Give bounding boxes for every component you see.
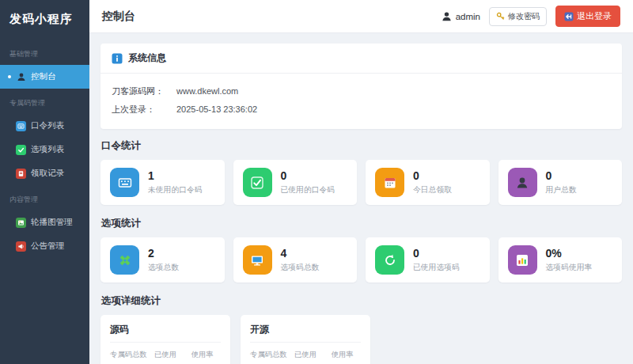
main-area: 控制台 admin 修改密码 退出登录 系统信息 (89, 0, 633, 364)
app-title: 发码小程序 (0, 0, 89, 40)
stat-label: 已使用选项码 (413, 263, 460, 273)
stat-value: 0 (281, 169, 335, 182)
sidebar-item-announcement[interactable]: 公告管理 (0, 234, 89, 258)
system-info-panel: 系统信息 刀客源码网： www.dkewl.com 上次登录： 2025-05-… (100, 44, 622, 129)
info-value: 2025-05-13 23:36:02 (176, 100, 257, 119)
stat-label: 今日总领取 (413, 185, 452, 195)
stat-label: 选项码总数 (281, 263, 320, 273)
change-password-label: 修改密码 (508, 11, 540, 22)
detail-columns: 专属码总数 2 已使用 0 使用率 0% (250, 350, 361, 364)
stat-value: 1 (148, 169, 203, 182)
logout-icon (564, 12, 574, 21)
stat-card-unused-passcodes: 1 未使用的口令码 (100, 160, 225, 205)
detail-card-source: 源码 专属码总数 2 已使用 0 使用率 0% (100, 315, 230, 364)
stat-value: 2 (148, 247, 179, 260)
system-info-title: 系统信息 (128, 51, 166, 65)
sidebar-item-label: 控制台 (31, 71, 56, 82)
sidebar-item-label: 轮播图管理 (31, 217, 73, 228)
claim-record-icon (16, 169, 26, 179)
stat-label: 选项码使用率 (546, 263, 593, 273)
puzzle-icon (110, 245, 139, 275)
stat-value: 0 (413, 247, 460, 260)
stat-label: 已使用的口令码 (281, 185, 335, 195)
monitor-icon (243, 245, 272, 275)
page-title: 控制台 (102, 9, 135, 24)
sidebar-item-label: 公告管理 (31, 241, 64, 252)
logout-label: 退出登录 (577, 10, 612, 22)
option-list-icon (16, 145, 26, 155)
logout-button[interactable]: 退出登录 (555, 6, 620, 27)
username: admin (456, 12, 480, 21)
detail-col-header: 使用率 (184, 350, 221, 360)
detail-col-header: 已使用 (287, 350, 324, 360)
nav-section-basic: 基础管理 (0, 40, 89, 65)
nav-section-codes: 专属码管理 (0, 89, 89, 114)
stat-label: 用户总数 (546, 185, 577, 195)
passcode-stats-title: 口令统计 (101, 139, 621, 153)
sidebar-item-carousel[interactable]: 轮播图管理 (0, 210, 89, 234)
detail-col-header: 使用率 (324, 350, 361, 360)
user-icon (508, 168, 537, 197)
sidebar-item-passcode-list[interactable]: 口令列表 (0, 114, 89, 138)
sidebar-item-label: 领取记录 (31, 168, 64, 179)
stat-card-option-usage-rate: 0% 选项码使用率 (498, 237, 623, 282)
stat-card-total-option-codes: 4 选项码总数 (233, 237, 358, 282)
detail-col-header: 专属码总数 (250, 350, 287, 360)
stat-card-used-option-codes: 0 已使用选项码 (366, 237, 490, 282)
chart-icon (508, 245, 537, 275)
info-label: 上次登录： (112, 100, 176, 119)
keyboard-icon (110, 168, 139, 197)
detail-col-header: 专属码总数 (110, 350, 147, 360)
stat-label: 选项总数 (148, 263, 179, 273)
user-chip: admin (442, 11, 480, 21)
carousel-icon (16, 218, 26, 228)
system-info-header: 系统信息 (100, 44, 622, 74)
sidebar-item-console[interactable]: 控制台 (0, 65, 89, 89)
stat-value: 0% (546, 247, 593, 260)
info-row-last-login: 上次登录： 2025-05-13 23:36:02 (112, 100, 611, 119)
info-icon (112, 53, 123, 64)
info-value: www.dkewl.com (176, 82, 238, 100)
key-icon (496, 12, 505, 21)
calendar-icon (375, 168, 404, 197)
sidebar-item-label: 口令列表 (31, 120, 64, 131)
topbar-right: admin 修改密码 退出登录 (442, 6, 620, 27)
stat-card-used-passcodes: 0 已使用的口令码 (233, 160, 358, 205)
detail-columns: 专属码总数 2 已使用 0 使用率 0% (110, 350, 221, 364)
passcode-stats-grid: 1 未使用的口令码 0 已使用的口令码 0 今日总领取 (100, 160, 622, 205)
nav-section-content: 内容管理 (0, 185, 89, 210)
option-stats-grid: 2 选项总数 4 选项码总数 0 已使用选项码 (100, 237, 622, 282)
refresh-icon (375, 245, 404, 275)
passcode-list-icon (16, 121, 26, 131)
option-detail-grid: 源码 专属码总数 2 已使用 0 使用率 0% (100, 315, 622, 364)
active-dot (8, 75, 11, 78)
option-detail-title: 选项详细统计 (101, 294, 621, 308)
announcement-icon (16, 241, 26, 252)
change-password-button[interactable]: 修改密码 (489, 7, 547, 26)
detail-col-header: 已使用 (147, 350, 184, 360)
stat-value: 4 (281, 247, 320, 260)
stat-card-total-options: 2 选项总数 (100, 237, 225, 282)
sidebar-item-claim-record[interactable]: 领取记录 (0, 161, 89, 185)
stat-label: 未使用的口令码 (148, 185, 203, 195)
info-label: 刀客源码网： (112, 82, 176, 100)
sidebar-item-label: 选项列表 (31, 144, 64, 155)
topbar: 控制台 admin 修改密码 退出登录 (89, 0, 633, 33)
sidebar-item-option-list[interactable]: 选项列表 (0, 138, 89, 161)
option-stats-title: 选项统计 (101, 217, 621, 230)
system-info-body: 刀客源码网： www.dkewl.com 上次登录： 2025-05-13 23… (100, 74, 622, 129)
console-icon (16, 72, 26, 82)
content: 系统信息 刀客源码网： www.dkewl.com 上次登录： 2025-05-… (89, 33, 633, 364)
detail-card-title: 开源 (250, 323, 361, 343)
check-icon (243, 168, 272, 197)
stat-value: 0 (546, 169, 577, 182)
detail-card-open-source: 开源 专属码总数 2 已使用 0 使用率 0% (241, 315, 370, 364)
info-row-site: 刀客源码网： www.dkewl.com (112, 82, 611, 100)
stat-value: 0 (413, 169, 452, 182)
stat-card-total-users: 0 用户总数 (498, 160, 623, 205)
user-avatar-icon (442, 11, 452, 21)
detail-card-title: 源码 (110, 323, 221, 343)
sidebar: 发码小程序 基础管理 控制台 专属码管理 口令列表 选项列表 领取记录 内容管理… (0, 0, 89, 364)
stat-card-today-claims: 0 今日总领取 (366, 160, 490, 205)
